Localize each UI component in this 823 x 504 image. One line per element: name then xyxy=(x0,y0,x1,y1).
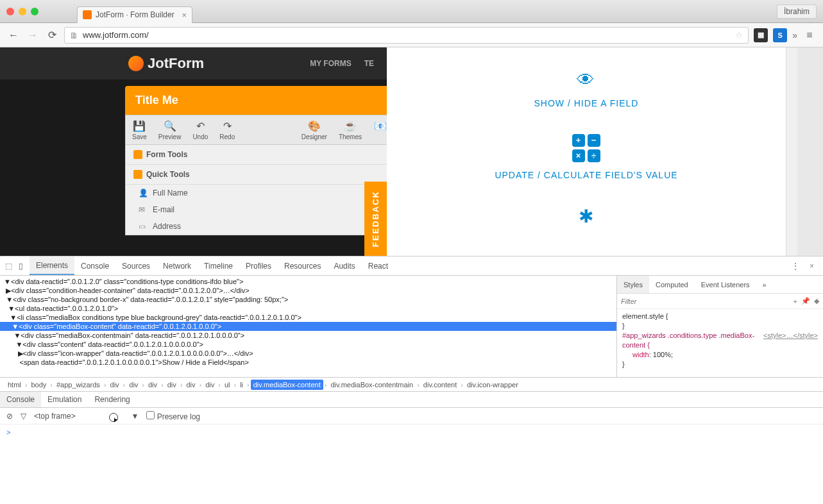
scrollbar[interactable] xyxy=(786,47,797,256)
tab-sources[interactable]: Sources xyxy=(115,256,157,275)
undo-button[interactable]: ↶Undo xyxy=(190,118,210,142)
tool-fullname[interactable]: 👤Full Name xyxy=(126,185,387,201)
tab-elements[interactable]: Elements xyxy=(30,256,74,275)
form-title[interactable]: Title Me xyxy=(125,86,387,115)
themes-icon: ☕ xyxy=(343,119,357,132)
designer-button[interactable]: 🎨Designer xyxy=(299,118,330,142)
dom-line: ▼<ul data-reactid=".0.0.1.2.0.1.0"> xyxy=(0,304,616,313)
redo-button[interactable]: ↷Redo xyxy=(217,118,237,142)
styles-tab-listeners[interactable]: Event Listeners xyxy=(695,276,756,293)
tab-react[interactable]: React xyxy=(362,256,395,275)
devtools-tabs: ⬚ ▯ Elements Console Sources Network Tim… xyxy=(0,256,823,276)
extension-2-icon[interactable]: S xyxy=(773,28,787,42)
dom-tree[interactable]: ▼<div data-reactid=".0.0.1.2.0" class="c… xyxy=(0,276,616,377)
drawer-console-tab[interactable]: Console xyxy=(0,392,41,407)
site-info-icon[interactable]: 🗎 xyxy=(70,31,79,40)
preview-button[interactable]: 🔍Preview xyxy=(156,118,184,142)
dom-line: ▶<div class="icon-wrapper" data-reactid=… xyxy=(0,349,616,358)
devtools-menu-icon[interactable]: ⋮ xyxy=(792,262,799,271)
color-icon[interactable]: ◆ xyxy=(814,297,819,305)
site-nav: MY FORMS TE xyxy=(310,59,374,68)
dom-breadcrumb[interactable]: html› body› #app_wizards› div› div› div›… xyxy=(0,377,823,391)
add-rule-icon[interactable]: + xyxy=(793,298,797,305)
minimize-window-button[interactable] xyxy=(19,8,26,15)
styles-tab-more[interactable]: » xyxy=(756,276,773,293)
console-toolbar: ⊘ ▽ <top frame> ▼ Preserve log xyxy=(0,408,823,424)
eye-icon: 👁 xyxy=(534,69,639,90)
maximize-window-button[interactable] xyxy=(31,8,38,15)
pin-icon[interactable]: 📌 xyxy=(801,297,810,305)
redo-icon: ↷ xyxy=(220,119,234,132)
tab-title: JotForm · Form Builder xyxy=(96,10,174,19)
preserve-log-checkbox[interactable]: Preserve log xyxy=(146,411,200,421)
inspect-icon[interactable]: ⬚ xyxy=(5,262,12,271)
logo-text: JotForm xyxy=(148,55,204,72)
profile-button[interactable]: İbrahim xyxy=(777,4,817,19)
close-window-button[interactable] xyxy=(6,8,14,15)
dom-line: ▼<li class="mediaBox conditions type blu… xyxy=(0,313,616,322)
drawer-rendering-tab[interactable]: Rendering xyxy=(88,392,136,407)
nav-myforms[interactable]: MY FORMS xyxy=(310,59,351,68)
tab-close-icon[interactable]: × xyxy=(182,10,187,20)
rule-selector: <style>…</style>#app_wizards .conditions… xyxy=(622,331,818,350)
address-icon: ▭ xyxy=(139,222,148,231)
extensions-overflow-icon[interactable]: » xyxy=(792,30,797,40)
form-tools-header[interactable]: Form Tools xyxy=(126,145,387,165)
filter-console-icon[interactable]: ▽ xyxy=(21,412,26,421)
conditions-pane: 👁 SHOW / HIDE A FIELD +−×÷ UPDATE / CALC… xyxy=(387,47,786,256)
device-mode-icon[interactable]: ▯ xyxy=(19,262,23,271)
forward-button[interactable]: → xyxy=(26,28,40,42)
condition-calculate[interactable]: +−×÷ UPDATE / CALCULATE FIELD'S VALUE xyxy=(495,134,677,180)
tool-email[interactable]: ✉E-mail xyxy=(126,201,387,218)
drawer-emulation-tab[interactable]: Emulation xyxy=(41,392,88,407)
back-button[interactable]: ← xyxy=(6,28,21,42)
feedback-tab[interactable]: FEEDBACK xyxy=(364,181,387,256)
styles-tab-styles[interactable]: Styles xyxy=(617,276,649,293)
styles-tab-computed[interactable]: Computed xyxy=(649,276,695,293)
tab-audits[interactable]: Audits xyxy=(327,256,361,275)
themes-button[interactable]: ☕Themes xyxy=(336,118,364,142)
quick-tools-header[interactable]: Quick Tools xyxy=(126,165,387,185)
extension-1-icon[interactable]: ▦ xyxy=(754,28,768,42)
console-body[interactable]: > xyxy=(0,424,823,504)
styles-tabs: Styles Computed Event Listeners » xyxy=(617,276,823,294)
rule-brace: } xyxy=(622,360,818,369)
jotform-logo[interactable]: JotForm xyxy=(128,55,204,72)
condition-showhide[interactable]: 👁 SHOW / HIDE A FIELD xyxy=(534,69,639,108)
drawer-tabs: Console Emulation Rendering xyxy=(0,391,823,408)
css-rules[interactable]: element.style { } <style>…</style>#app_w… xyxy=(617,309,823,372)
hamburger-menu-icon[interactable]: ≡ xyxy=(802,28,817,42)
person-icon: 👤 xyxy=(139,189,148,197)
clear-console-icon[interactable]: ⊘ xyxy=(6,412,13,421)
mouse-cursor xyxy=(109,413,119,423)
form-builder-panel: Title Me 💾Save 🔍Preview ↶Undo ↷Redo 🎨Des… xyxy=(125,86,387,235)
email-icon: ✉ xyxy=(139,205,148,214)
asterisk-icon: ✱ xyxy=(579,206,594,227)
designer-icon: 🎨 xyxy=(307,119,321,132)
nav-templates[interactable]: TE xyxy=(364,59,374,68)
styles-filter-row: + 📌 ◆ xyxy=(617,294,823,309)
url-text: www.jotform.com/ xyxy=(83,30,149,40)
tool-address[interactable]: ▭Address xyxy=(126,218,387,235)
devtools-close-icon[interactable]: × xyxy=(806,262,818,271)
pencil-icon xyxy=(133,150,142,159)
tab-timeline[interactable]: Timeline xyxy=(198,256,239,275)
address-bar[interactable]: 🗎 www.jotform.com/ ☆ xyxy=(64,27,749,44)
condition-required[interactable]: ✱ xyxy=(579,206,594,235)
page-viewport: JotForm MY FORMS TE Title Me 💾Save 🔍Prev… xyxy=(0,47,823,256)
preview-icon: 🔍 xyxy=(163,119,177,132)
browser-tab[interactable]: JotForm · Form Builder × xyxy=(77,6,192,23)
frame-selector[interactable]: <top frame> ▼ xyxy=(34,412,139,421)
tab-resources[interactable]: Resources xyxy=(278,256,327,275)
tab-console[interactable]: Console xyxy=(74,256,115,275)
bookmark-star-icon[interactable]: ☆ xyxy=(735,30,743,40)
dom-line: ▼<div class="no-background border-x" dat… xyxy=(0,295,616,304)
publish-button[interactable]: 📧 xyxy=(371,118,387,142)
tab-network[interactable]: Network xyxy=(157,256,198,275)
tab-favicon xyxy=(83,10,92,19)
tab-profiles[interactable]: Profiles xyxy=(239,256,278,275)
styles-filter-input[interactable] xyxy=(621,298,790,305)
dom-line: ▼<div data-reactid=".0.0.1.2.0" class="c… xyxy=(0,277,616,286)
reload-button[interactable]: ⟳ xyxy=(45,28,59,42)
save-button[interactable]: 💾Save xyxy=(130,118,149,142)
